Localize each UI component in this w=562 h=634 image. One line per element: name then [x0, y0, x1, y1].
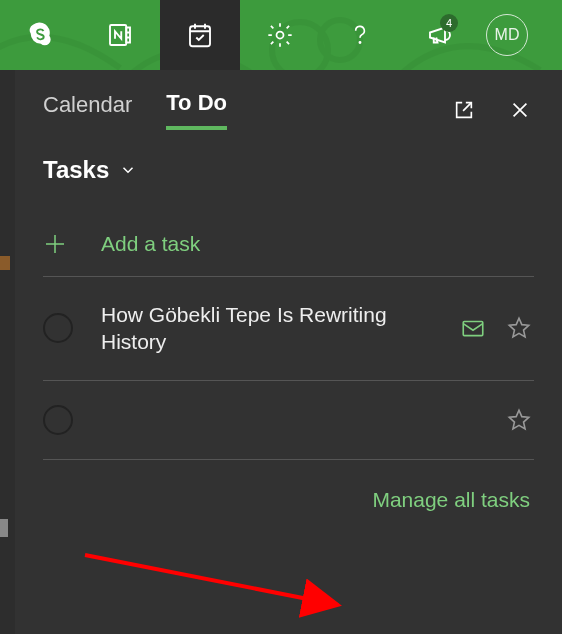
add-task-button[interactable]: Add a task — [43, 212, 534, 277]
star-icon[interactable] — [504, 313, 534, 343]
user-avatar[interactable]: MD — [486, 14, 528, 56]
skype-app-icon[interactable] — [0, 0, 80, 70]
todo-panel: Calendar To Do Tasks Add a task How — [15, 70, 562, 634]
close-icon[interactable] — [506, 96, 534, 124]
task-row[interactable] — [43, 381, 534, 460]
panel-tabs: Calendar To Do — [43, 70, 534, 150]
popout-icon[interactable] — [450, 96, 478, 124]
svg-point-5 — [359, 42, 360, 43]
help-button[interactable] — [320, 0, 400, 70]
announcements-button[interactable]: 4 — [400, 0, 480, 70]
tab-calendar[interactable]: Calendar — [43, 92, 132, 128]
app-header: 4 MD — [0, 0, 562, 70]
svg-rect-6 — [463, 322, 483, 336]
chevron-down-icon — [119, 161, 137, 179]
tab-todo[interactable]: To Do — [166, 90, 227, 130]
svg-rect-3 — [190, 26, 210, 46]
task-title: How Göbekli Tepe Is Rewriting History — [101, 301, 442, 356]
task-row[interactable]: How Göbekli Tepe Is Rewriting History — [43, 277, 534, 381]
notification-badge: 4 — [440, 14, 458, 32]
tasks-header-label: Tasks — [43, 156, 109, 184]
left-edge-hint — [0, 70, 15, 634]
plus-icon — [43, 232, 67, 256]
task-complete-radio[interactable] — [43, 313, 73, 343]
add-task-label: Add a task — [101, 232, 200, 256]
todo-app-icon[interactable] — [160, 0, 240, 70]
mail-icon[interactable] — [458, 313, 488, 343]
settings-button[interactable] — [240, 0, 320, 70]
star-icon[interactable] — [504, 405, 534, 435]
user-initials: MD — [495, 26, 520, 44]
manage-all-tasks-link[interactable]: Manage all tasks — [43, 460, 534, 512]
onenote-app-icon[interactable] — [80, 0, 160, 70]
tasks-list-selector[interactable]: Tasks — [43, 156, 137, 184]
task-complete-radio[interactable] — [43, 405, 73, 435]
svg-point-4 — [277, 32, 284, 39]
